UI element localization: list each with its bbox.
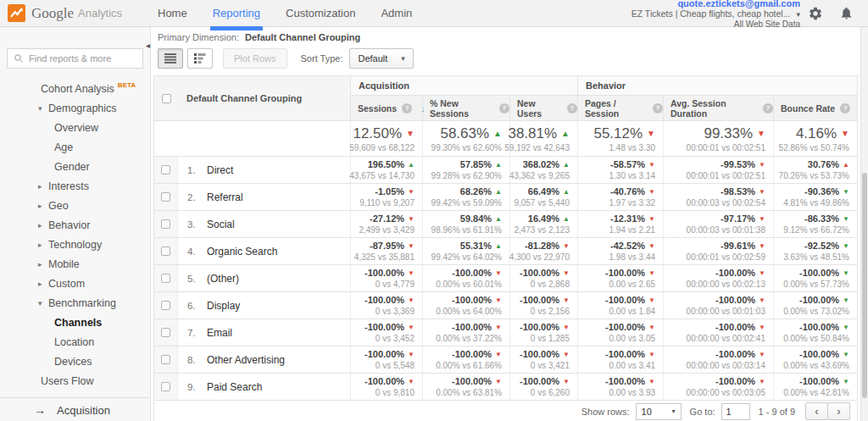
- comparison-values: 0 vs 2,156: [531, 307, 570, 316]
- search-box[interactable]: [7, 48, 143, 69]
- channel-name-link[interactable]: Email: [207, 327, 232, 339]
- primary-dimension-value[interactable]: Default Channel Grouping: [245, 32, 360, 42]
- row-checkbox[interactable]: [161, 355, 170, 364]
- channel-name-link[interactable]: Display: [207, 300, 240, 312]
- row-number: 6.: [187, 301, 207, 311]
- sidebar-item-gender[interactable]: Gender: [0, 157, 150, 176]
- settings-gear-icon[interactable]: [800, 6, 831, 21]
- column-header-channel-grouping[interactable]: Default Channel Grouping: [178, 76, 350, 120]
- help-icon[interactable]: ?: [499, 103, 509, 114]
- nav-item-customization[interactable]: Customization: [286, 0, 355, 26]
- comparison-values: 99.42% vs 64.02%: [431, 252, 502, 262]
- metric-value: 4.16%: [796, 125, 837, 142]
- sidebar-item-location[interactable]: Location: [0, 332, 150, 352]
- sidebar-item-label: Devices: [54, 356, 92, 368]
- row-checkbox[interactable]: [161, 219, 170, 229]
- sidebar-item-acquisition[interactable]: → Acquisition: [0, 398, 150, 421]
- comparison-values: 0.00% vs 61.66%: [436, 361, 502, 370]
- nav-item-reporting[interactable]: Reporting: [213, 0, 260, 26]
- row-checkbox[interactable]: [161, 274, 170, 283]
- ga-logo: Google Analytics: [0, 4, 151, 22]
- metric-value: -100.00%: [452, 295, 492, 305]
- channel-name-link[interactable]: Direct: [207, 164, 233, 176]
- sidebar-item-devices[interactable]: Devices: [0, 352, 150, 371]
- arrow-down-icon: ▼: [759, 215, 765, 223]
- sidebar-item-behavior[interactable]: ▸Behavior: [0, 215, 150, 235]
- nav-item-admin[interactable]: Admin: [381, 0, 412, 26]
- channel-name-link[interactable]: Organic Search: [207, 246, 277, 258]
- comparison-values: 0.00 vs 2.65: [609, 280, 655, 289]
- sidebar-collapse-icon[interactable]: ◂: [146, 41, 150, 50]
- comparison-values: 99.30% vs 62.60%: [431, 143, 502, 152]
- help-icon[interactable]: ?: [840, 103, 850, 114]
- sidebar-item-age[interactable]: Age: [0, 137, 150, 157]
- column-header-bounce-rate[interactable]: Bounce Rate?: [773, 96, 857, 120]
- metric-value: 58.63%: [440, 125, 489, 142]
- help-icon[interactable]: ?: [763, 103, 773, 114]
- sidebar-item-label: Geo: [48, 200, 69, 212]
- arrow-down-icon: ▼: [648, 269, 655, 277]
- sidebar-item-demographics[interactable]: ▾Demographics: [0, 98, 150, 118]
- sidebar-item-custom[interactable]: ▸Custom: [0, 274, 150, 293]
- metric-cell: 66.49%▲9,057 vs 5,440: [509, 184, 577, 210]
- show-rows-dropdown[interactable]: 10▾: [636, 403, 682, 420]
- metric-value: -100.00%: [715, 349, 755, 359]
- arrow-down-icon: ▼: [757, 129, 765, 138]
- select-all-checkbox[interactable]: [162, 94, 171, 103]
- vertical-scrollbar[interactable]: [860, 27, 868, 421]
- column-header-pages-session[interactable]: Pages / Session?: [577, 96, 663, 120]
- row-checkbox[interactable]: [161, 165, 170, 174]
- metric-cell: -100.00%▼0.00% vs 57.73%: [773, 265, 857, 291]
- sidebar-item-interests[interactable]: ▸Interests: [0, 176, 150, 196]
- arrow-down-icon: ▼: [759, 161, 765, 169]
- sidebar-item-technology[interactable]: ▸Technology: [0, 235, 150, 254]
- channel-name-link[interactable]: (Other): [207, 273, 239, 285]
- sidebar-item-users-flow[interactable]: Users Flow: [0, 371, 150, 391]
- sidebar-item-channels[interactable]: Channels: [0, 313, 150, 332]
- notifications-bell-icon[interactable]: [831, 6, 861, 20]
- comparison-values: 00:00:00 vs 00:03:05: [687, 388, 765, 397]
- channel-name-link[interactable]: Other Advertising: [207, 354, 285, 366]
- table-view-button[interactable]: [158, 48, 183, 69]
- search-input[interactable]: [29, 53, 136, 64]
- account-email[interactable]: quote.eztickets@gmail.com: [632, 0, 800, 8]
- column-header-avg-session-duration[interactable]: Avg. Session Duration?: [663, 96, 773, 120]
- scrollbar-thumb[interactable]: [862, 173, 867, 398]
- metric-cell: 12.50%▼59,609 vs 68,122: [350, 121, 422, 156]
- next-page-button[interactable]: ›: [827, 402, 850, 420]
- goto-page-input[interactable]: [721, 403, 750, 420]
- row-checkbox[interactable]: [161, 328, 170, 337]
- row-checkbox[interactable]: [161, 382, 170, 391]
- sidebar-item-cohort-analysis[interactable]: Cohort AnalysisBETA: [0, 79, 150, 98]
- channel-name-link[interactable]: Referral: [207, 191, 243, 203]
- prev-page-button[interactable]: ‹: [805, 402, 828, 420]
- column-header-sessions[interactable]: Sessions?↓: [350, 96, 422, 120]
- channel-name-link[interactable]: Paid Search: [207, 381, 262, 393]
- row-checkbox[interactable]: [161, 301, 170, 310]
- metric-cell: 368.02%▲43,362 vs 9,265: [509, 157, 577, 183]
- comparison-values: 43,362 vs 9,265: [509, 171, 570, 180]
- sidebar-item-benchmarking[interactable]: ▾Benchmarking: [0, 293, 150, 313]
- help-icon[interactable]: ?: [402, 103, 412, 114]
- arrow-down-icon: ▼: [759, 324, 765, 331]
- sidebar-item-geo[interactable]: ▸Geo: [0, 196, 150, 215]
- help-icon[interactable]: ?: [653, 103, 663, 114]
- plot-rows-button[interactable]: Plot Rows: [223, 48, 287, 69]
- account-property-selector[interactable]: EZ Tickets | Cheap flights, cheap hotel.…: [632, 9, 800, 19]
- column-header-new-users[interactable]: New Users?: [509, 96, 577, 120]
- row-checkbox[interactable]: [161, 192, 170, 202]
- metric-value: -100.00%: [605, 349, 645, 359]
- channel-name-link[interactable]: Social: [207, 219, 235, 230]
- metric-value: -100.00%: [715, 376, 755, 386]
- metric-cell: -98.53%▼00:00:03 vs 00:02:54: [663, 184, 773, 210]
- row-checkbox[interactable]: [161, 247, 170, 256]
- sidebar-item-overview[interactable]: Overview: [0, 118, 150, 137]
- percentage-view-button[interactable]: [187, 48, 213, 69]
- nav-item-home[interactable]: Home: [158, 0, 187, 26]
- sidebar-item-mobile[interactable]: ▸Mobile: [0, 254, 150, 274]
- sort-type-dropdown[interactable]: Default▾: [349, 48, 413, 69]
- column-header-new-sessions[interactable]: % New Sessions?: [422, 96, 509, 120]
- help-icon[interactable]: ?: [567, 103, 577, 114]
- metric-value: -98.53%: [721, 186, 755, 197]
- comparison-values: 00:00:01 vs 00:02:51: [687, 143, 765, 152]
